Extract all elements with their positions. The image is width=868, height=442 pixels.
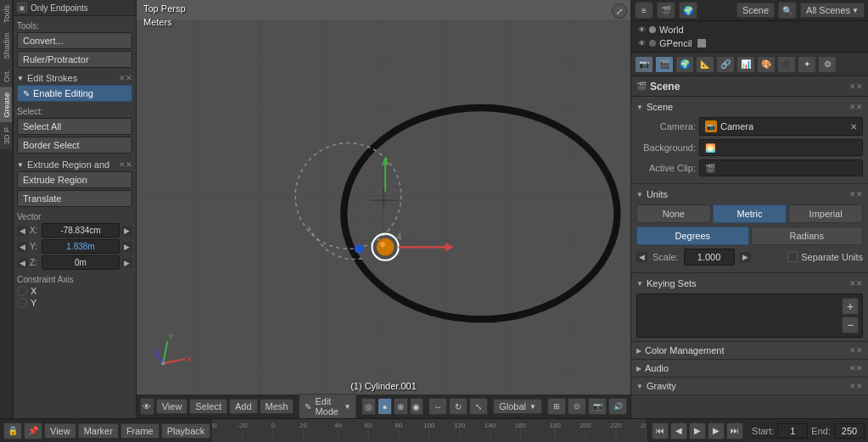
play-btn[interactable]: ▶	[689, 422, 706, 439]
color-mgmt-row[interactable]: ▶ Color Management ✕✕	[631, 342, 868, 360]
ruler-protractor-btn[interactable]: Ruler/Protractor	[17, 51, 132, 68]
play-next-frame[interactable]: ▶	[708, 422, 725, 439]
outline-world-item[interactable]: 👁 World	[635, 23, 865, 36]
scale-field[interactable]: 1.000	[684, 249, 735, 266]
viewport-view-icon[interactable]: 👁	[140, 398, 154, 415]
only-endpoints-check[interactable]: ▣	[17, 3, 27, 13]
transform-move[interactable]: ↔	[428, 398, 447, 415]
play-prev-frame[interactable]: ◀	[670, 422, 687, 439]
degrees-btn[interactable]: Degrees	[636, 227, 749, 245]
search-btn[interactable]: 🔍	[778, 2, 797, 19]
prop-icon-object[interactable]: 📐	[696, 56, 714, 73]
play-jump-end[interactable]: ⏭	[726, 422, 743, 439]
vector-z-chevron-left[interactable]: ◀	[17, 258, 28, 268]
vector-x-val[interactable]: -78.834cm	[42, 223, 120, 238]
vector-y-chevron-left[interactable]: ◀	[17, 242, 28, 252]
lock-icon[interactable]: 🔒	[3, 422, 22, 439]
shading-texture[interactable]: ⊕	[394, 398, 408, 415]
units-metric-btn[interactable]: Metric	[713, 204, 787, 223]
viewport-icon2[interactable]: 🔊	[608, 398, 627, 415]
scene-section-header[interactable]: ▼ Scene ✕✕	[636, 100, 863, 114]
viewport-view-btn[interactable]: View	[156, 399, 188, 414]
snap-btn[interactable]: ⊞	[547, 398, 566, 415]
timeline-marker-btn[interactable]: Marker	[78, 423, 119, 439]
timeline-frame-btn[interactable]: Frame	[120, 423, 160, 439]
radians-btn[interactable]: Radians	[751, 227, 864, 245]
vtab-tools[interactable]: Tools	[0, 0, 12, 28]
rp-scene-icon[interactable]: 🎬	[657, 2, 675, 19]
prop-icon-data[interactable]: 📊	[736, 56, 755, 73]
separate-units-checkbox[interactable]	[787, 252, 798, 262]
keying-minus-btn[interactable]: −	[842, 316, 859, 333]
prop-icon-constraint[interactable]: 🔗	[716, 56, 735, 73]
extrude-region-btn[interactable]: Extrude Region	[17, 171, 132, 188]
shading-render[interactable]: ◉	[410, 398, 424, 415]
border-select-btn[interactable]: Border Select	[17, 137, 132, 154]
axis-y-check[interactable]	[17, 298, 27, 308]
viewport-icon1[interactable]: 📷	[588, 398, 607, 415]
keying-sets-header[interactable]: ▼ Keying Sets ✕✕	[636, 277, 863, 290]
camera-close-icon[interactable]: ✕	[850, 122, 857, 131]
rp-world-icon[interactable]: 🌍	[679, 2, 697, 19]
select-all-btn[interactable]: Select All	[17, 118, 132, 135]
prop-icon-world[interactable]: 🌍	[675, 56, 694, 73]
keying-plus-btn[interactable]: +	[842, 298, 859, 315]
extrude-header[interactable]: ▼ Extrude Region and ✕✕	[17, 157, 132, 171]
shading-wire[interactable]: ◎	[361, 398, 376, 415]
end-input[interactable]	[834, 423, 865, 439]
axis-x-check[interactable]	[17, 286, 27, 296]
vector-y-chevron-right[interactable]: ▶	[121, 242, 132, 252]
prop-icon-particles[interactable]: ✦	[798, 56, 816, 73]
vector-x-chevron-right[interactable]: ▶	[121, 226, 132, 236]
background-field[interactable]: 🌅	[699, 139, 863, 156]
outline-gpencil-item[interactable]: 👁 GPencil	[635, 36, 865, 50]
all-scenes-dropdown[interactable]: All Scenes ▼	[800, 3, 865, 18]
units-section-header[interactable]: ▼ Units ✕✕	[636, 187, 863, 201]
convert-btn[interactable]: Convert...	[17, 32, 132, 49]
vector-y-val[interactable]: 1.838m	[42, 239, 120, 254]
enable-editing-btn[interactable]: ✎ Enable Editing	[17, 85, 132, 102]
view-dropdown[interactable]: Scene	[736, 3, 775, 18]
prop-icon-render[interactable]: 📷	[635, 56, 653, 73]
global-dropdown[interactable]: Global ▼	[493, 399, 542, 414]
timeline-view-btn[interactable]: View	[44, 423, 76, 439]
vector-x-chevron-left[interactable]: ◀	[17, 226, 28, 236]
pin-icon[interactable]: 📌	[24, 422, 42, 439]
timeline-ruler[interactable]: -40 -20 0 20 40 60 80 100 120 140 160 18…	[212, 419, 647, 442]
viewport-mesh-btn[interactable]: Mesh	[260, 399, 294, 414]
vtab-grease[interactable]: Grease	[0, 87, 12, 123]
vtab-shadim[interactable]: Shadim	[0, 28, 12, 64]
scale-arrow-left[interactable]: ◀	[636, 252, 647, 262]
audio-options: ✕✕	[849, 364, 863, 372]
audio-row[interactable]: ▶ Audio ✕✕	[631, 360, 868, 378]
play-jump-start[interactable]: ⏮	[652, 422, 669, 439]
camera-field[interactable]: 📷 Camera ✕	[699, 117, 863, 136]
prop-icon-physics[interactable]: ⚙	[818, 56, 837, 73]
transform-scale[interactable]: ⤡	[469, 398, 488, 415]
viewport-add-btn[interactable]: Add	[229, 399, 258, 414]
vtab-3dp[interactable]: 3D P	[0, 122, 12, 149]
viewport[interactable]: Top Persp Meters ⤢	[137, 0, 630, 418]
viewport-select-btn[interactable]: Select	[189, 399, 227, 414]
units-imperial-btn[interactable]: Imperial	[788, 204, 863, 223]
units-none-btn[interactable]: None	[636, 204, 711, 223]
transform-rotate[interactable]: ↻	[449, 398, 468, 415]
mode-dropdown[interactable]: ✎ Edit Mode ▼	[299, 394, 356, 418]
prop-icon-texture[interactable]: ⬛	[777, 56, 796, 73]
timeline-playback-btn[interactable]: Playback	[161, 423, 211, 439]
scale-arrow-right[interactable]: ▶	[740, 252, 751, 262]
start-input[interactable]	[777, 423, 808, 439]
edit-strokes-header[interactable]: ▼ Edit Strokes ✕✕	[17, 71, 132, 85]
prop-icon-scene[interactable]: 🎬	[655, 56, 674, 73]
translate-btn[interactable]: Translate	[17, 190, 132, 207]
shading-solid[interactable]: ●	[378, 398, 392, 415]
rp-menu-icon[interactable]: ≡	[635, 2, 653, 19]
vector-z-chevron-right[interactable]: ▶	[121, 258, 132, 268]
proportional-btn[interactable]: ⊙	[568, 398, 586, 415]
gravity-row[interactable]: ▼ Gravity ✕✕	[631, 378, 868, 395]
vtab-ort[interactable]: Ort.	[0, 64, 12, 87]
active-clip-field[interactable]: 🎬	[699, 159, 863, 176]
prop-icon-material[interactable]: 🎨	[757, 56, 776, 73]
corner-expand-btn[interactable]: ⤢	[612, 3, 627, 19]
vector-z-val[interactable]: 0m	[42, 255, 120, 270]
